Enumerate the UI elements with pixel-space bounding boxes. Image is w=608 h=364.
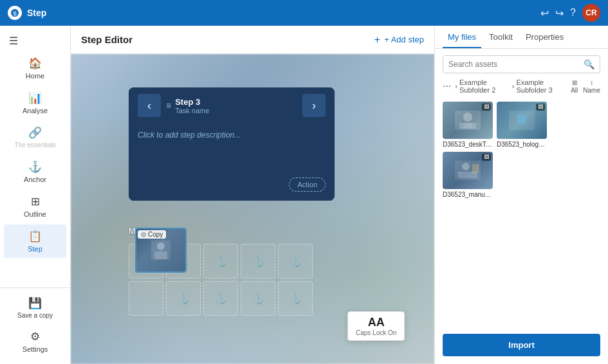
outline-icon: ⊞	[31, 195, 40, 208]
tab-properties[interactable]: Properties	[520, 26, 569, 48]
sidebar-item-step[interactable]: 📋 Step	[4, 224, 66, 258]
copy-icon: ⊙	[141, 231, 146, 238]
chevron-left-icon: ‹	[147, 99, 151, 113]
add-step-button[interactable]: + + Add step	[374, 34, 424, 46]
media-type-badge-2: 🖼	[536, 104, 545, 111]
dragging-image[interactable]: ⊙ Copy D36523_manufacturi...	[135, 228, 187, 273]
breadcrumb: › Example Subfolder 2 › Example Subfolde…	[455, 78, 567, 94]
sort-icon: ↕	[590, 79, 593, 86]
filter-name-button[interactable]: ↕ Name	[583, 79, 600, 94]
media-cell-2-1[interactable]	[129, 281, 163, 316]
action-button[interactable]: Action	[289, 177, 326, 192]
asset-thumb-1[interactable]: 🖼 D36523_deskTeams_...	[443, 102, 493, 148]
svg-point-14	[462, 163, 470, 170]
step-title-area: ≡ Step 3 Task name	[166, 97, 297, 114]
tab-my-files[interactable]: My files	[443, 26, 481, 48]
svg-rect-8	[463, 123, 472, 129]
caps-lock-tooltip: AA Caps Lock On	[347, 311, 405, 341]
step-card-body[interactable]: Click to add step description... Action	[129, 123, 335, 201]
breadcrumb-chevron-1: ›	[455, 82, 457, 90]
import-button[interactable]: Import	[443, 334, 600, 356]
canvas-area: ‹ ≡ Step 3 Task name › Click to add ste	[71, 54, 434, 364]
app-logo: S	[8, 6, 22, 20]
filter-icon: ⊞	[572, 79, 577, 86]
asset-image-2[interactable]: 🖼	[497, 102, 547, 139]
search-bar: 🔍	[443, 55, 600, 73]
right-panel-tabs: My files Toolkit Properties	[435, 26, 608, 49]
anchor-cell-icon-6: ⚓	[214, 293, 227, 305]
sidebar-item-anchor[interactable]: ⚓ Anchor	[4, 155, 66, 188]
topbar-actions: ↩ ↪ ? CR	[540, 4, 600, 22]
step-description[interactable]: Click to add step description...	[138, 131, 241, 140]
content-area: Step Editor + + Add step ‹ ≡ Step 3	[71, 26, 434, 364]
media-cell-2-2[interactable]: ⚓	[166, 281, 201, 316]
anchor-icon: ⚓	[28, 160, 42, 174]
media-type-badge-1: 🖼	[482, 104, 491, 111]
editor-header: Step Editor + + Add step	[71, 26, 434, 54]
media-cell-2-5[interactable]: ⚓	[278, 281, 313, 316]
settings-icon: ⚙	[30, 330, 40, 343]
caps-aa-text: AA	[356, 316, 396, 329]
asset-image-1[interactable]: 🖼	[443, 102, 493, 139]
essentials-icon: 🔗	[28, 126, 42, 140]
tab-toolkit[interactable]: Toolkit	[484, 26, 518, 48]
step-card-header: ‹ ≡ Step 3 Task name ›	[129, 87, 335, 123]
filter-all-button[interactable]: ⊞ All	[571, 79, 578, 94]
asset-thumb-2[interactable]: 🖼 D36523_hologram_w...	[497, 102, 547, 148]
topbar: S Step ↩ ↪ ? CR	[0, 0, 608, 26]
media-cell-2-4[interactable]: ⚓	[241, 281, 275, 316]
asset-label-1: D36523_deskTeams_...	[443, 141, 493, 148]
copy-badge: ⊙ Copy	[138, 230, 166, 239]
svg-text:S: S	[13, 10, 17, 17]
breadcrumb-chevron-2: ›	[512, 82, 515, 90]
save-copy-icon: 💾	[28, 296, 42, 310]
sidebar-item-analyse[interactable]: 📊 Analyse	[4, 86, 66, 120]
breadcrumb-folder-1[interactable]: Example Subfolder 2	[459, 78, 510, 94]
user-avatar[interactable]: CR	[582, 4, 600, 22]
step-next-button[interactable]: ›	[302, 94, 326, 117]
svg-point-10	[517, 114, 527, 124]
anchor-cell-icon-5: ⚓	[177, 293, 190, 305]
asset-label-3: D36523_manufacturi...	[443, 191, 493, 198]
step-card: ‹ ≡ Step 3 Task name › Click to add ste	[129, 87, 335, 201]
help-icon[interactable]: ?	[570, 7, 576, 19]
asset-label-2: D36523_hologram_w...	[497, 141, 547, 148]
anchor-cell-icon-7: ⚓	[252, 293, 264, 305]
media-cell-1-5[interactable]: ⚓	[278, 244, 313, 278]
svg-point-3	[157, 242, 165, 250]
search-input[interactable]	[448, 60, 580, 69]
sidebar-item-home[interactable]: 🏠 Home	[4, 51, 66, 85]
chevron-right-icon: ›	[312, 99, 316, 113]
media-type-badge-3: 🖼	[482, 154, 491, 161]
asset-image-3[interactable]: 🖼	[443, 152, 493, 189]
analyse-icon: 📊	[28, 91, 42, 105]
svg-rect-4	[154, 251, 167, 259]
more-options-button[interactable]: ···	[443, 80, 451, 92]
home-icon: 🏠	[28, 57, 42, 70]
main-layout: ☰ 🏠 Home 📊 Analyse 🔗 The essentials ⚓ An…	[0, 26, 608, 364]
hamburger-menu[interactable]: ☰	[0, 31, 70, 51]
redo-icon[interactable]: ↪	[555, 7, 564, 19]
editor-title: Step Editor	[81, 34, 133, 45]
step-icon: 📋	[28, 230, 42, 243]
step-prev-button[interactable]: ‹	[138, 94, 161, 117]
breadcrumb-folder-2[interactable]: Example Subfolder 3	[516, 78, 567, 94]
asset-grid: 🖼 D36523_deskTeams_... 🖼	[435, 98, 608, 202]
media-grid-row-2: ⚓ ⚓ ⚓ ⚓	[129, 281, 412, 316]
media-cell-1-3[interactable]: ⚓	[203, 244, 238, 278]
anchor-cell-icon-8: ⚓	[289, 293, 302, 305]
step-type-icon: ≡	[166, 100, 171, 111]
sidebar-item-outline[interactable]: ⊞ Outline	[4, 190, 66, 223]
task-name: Task name	[175, 107, 209, 114]
search-icon: 🔍	[584, 59, 594, 69]
step-number: Step 3	[175, 97, 209, 107]
sidebar-item-settings[interactable]: ⚙ Settings	[4, 325, 66, 358]
sidebar-item-essentials: 🔗 The essentials	[4, 121, 66, 154]
app-title: Step	[27, 8, 535, 18]
asset-thumb-3[interactable]: 🖼 D36523_manufacturi...	[443, 152, 493, 198]
media-cell-2-3[interactable]: ⚓	[203, 281, 238, 316]
media-cell-1-4[interactable]: ⚓	[241, 244, 275, 278]
plus-icon: +	[374, 34, 380, 46]
undo-icon[interactable]: ↩	[540, 7, 549, 19]
sidebar-item-save-copy[interactable]: 💾 Save a copy	[4, 291, 66, 324]
